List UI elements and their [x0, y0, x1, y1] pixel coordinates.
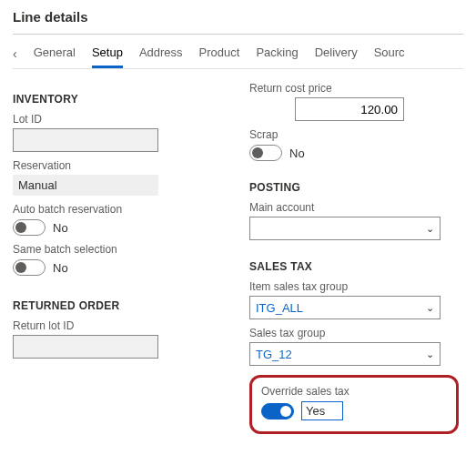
- left-column: INVENTORY Lot ID Reservation Manual Auto…: [13, 82, 213, 434]
- tab-prev-chevron-icon[interactable]: ‹: [13, 46, 17, 61]
- same-batch-toggle-text: No: [53, 261, 68, 275]
- tab-delivery[interactable]: Delivery: [315, 40, 358, 66]
- chevron-down-icon: ⌄: [426, 223, 434, 235]
- reservation-value[interactable]: Manual: [13, 175, 158, 196]
- lot-id-label: Lot ID: [13, 113, 213, 126]
- same-batch-toggle[interactable]: [13, 259, 46, 276]
- override-sales-tax-toggle-row: Yes: [261, 401, 430, 420]
- sales-tax-group-label: Sales tax group: [249, 327, 459, 339]
- header-divider: [13, 34, 463, 35]
- sales-tax-group-dropdown[interactable]: TG_12 ⌄: [249, 342, 441, 366]
- auto-batch-label: Auto batch reservation: [13, 203, 213, 216]
- return-cost-price-input[interactable]: [295, 97, 404, 121]
- lot-id-input[interactable]: [13, 128, 158, 152]
- scrap-toggle[interactable]: [249, 145, 282, 161]
- main-account-label: Main account: [249, 201, 459, 214]
- section-inventory: INVENTORY: [13, 93, 213, 106]
- scrap-toggle-text: No: [289, 147, 305, 160]
- chevron-down-icon: ⌄: [426, 349, 434, 360]
- tab-product[interactable]: Product: [199, 40, 240, 66]
- same-batch-label: Same batch selection: [13, 243, 213, 256]
- right-column: Return cost price Scrap No POSTING Main …: [249, 82, 459, 434]
- auto-batch-toggle[interactable]: [13, 219, 46, 236]
- return-lot-id-input[interactable]: [13, 335, 158, 359]
- tab-sourcing[interactable]: Sourc: [374, 40, 405, 66]
- chevron-down-icon: ⌄: [426, 302, 434, 314]
- override-sales-tax-label: Override sales tax: [261, 385, 430, 398]
- section-returned-order: RETURNED ORDER: [13, 299, 213, 312]
- return-lot-id-label: Return lot ID: [13, 319, 213, 332]
- auto-batch-toggle-row: No: [13, 219, 213, 236]
- item-sales-tax-group-value: ITG_ALL: [256, 301, 303, 315]
- override-sales-tax-highlight: Override sales tax Yes: [249, 375, 459, 434]
- tab-address[interactable]: Address: [139, 40, 183, 66]
- tab-setup[interactable]: Setup: [92, 40, 123, 66]
- item-sales-tax-group-dropdown[interactable]: ITG_ALL ⌄: [249, 296, 441, 319]
- tab-packing[interactable]: Packing: [256, 40, 298, 66]
- main-account-dropdown[interactable]: ⌄: [249, 217, 441, 240]
- same-batch-toggle-row: No: [13, 259, 213, 276]
- return-cost-price-label: Return cost price: [249, 82, 459, 95]
- reservation-label: Reservation: [13, 159, 213, 172]
- return-cost-price-wrap: [249, 97, 404, 121]
- override-sales-tax-text: Yes: [301, 401, 343, 420]
- section-posting: POSTING: [249, 181, 459, 194]
- form-columns: INVENTORY Lot ID Reservation Manual Auto…: [13, 82, 463, 434]
- page-title: Line details: [13, 9, 463, 34]
- section-sales-tax: SALES TAX: [249, 260, 459, 273]
- item-sales-tax-group-label: Item sales tax group: [249, 280, 459, 293]
- sales-tax-group-value: TG_12: [256, 348, 292, 361]
- tab-bar: ‹ General Setup Address Product Packing …: [13, 40, 463, 69]
- scrap-label: Scrap: [249, 128, 459, 141]
- auto-batch-toggle-text: No: [53, 221, 68, 235]
- override-sales-tax-toggle[interactable]: [261, 403, 294, 420]
- scrap-toggle-row: No: [249, 145, 459, 161]
- tab-general[interactable]: General: [34, 40, 76, 66]
